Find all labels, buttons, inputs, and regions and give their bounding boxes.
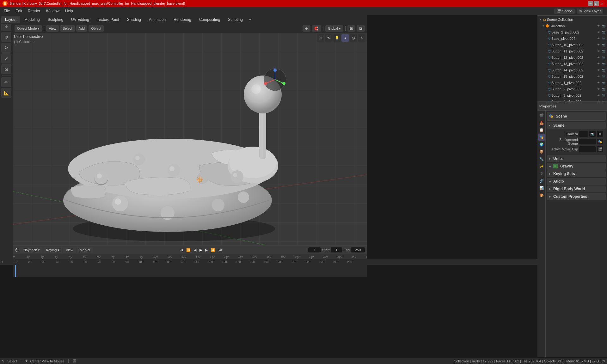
keying-sets-header[interactable]: ▶ Keying Sets — [547, 170, 606, 177]
object-menu-btn[interactable]: Object — [89, 25, 104, 32]
obj-viewport-icon[interactable]: 👁 — [596, 62, 601, 66]
obj-viewport-icon[interactable]: 👁 — [596, 30, 601, 34]
jump-end-btn[interactable]: ⏭ — [218, 248, 223, 252]
prop-tab-object[interactable]: 📦 — [538, 148, 545, 155]
outliner-object-Button_4_pivot-002[interactable]: ▽ Button_4_pivot.002 👁 📷 — [537, 99, 607, 101]
prop-tab-constraints[interactable]: 🔗 — [538, 177, 545, 184]
select-menu-btn[interactable]: Select — [60, 25, 75, 32]
obj-render-icon[interactable]: 📷 — [601, 49, 606, 53]
playback-menu-btn[interactable]: Playback ▾ — [20, 247, 42, 253]
global-transform-btn[interactable]: Global ▾ — [325, 25, 343, 32]
end-frame-input[interactable]: 250 — [351, 247, 365, 252]
outliner-object-Button_14_pivot-002[interactable]: ▽ Button_14_pivot.002 👁 📷 — [537, 67, 607, 73]
tool-move[interactable]: ⊕ — [1, 32, 11, 42]
snap-btn[interactable]: 🧲 — [312, 25, 321, 32]
tool-scale[interactable]: ⤢ — [1, 53, 11, 64]
custom-properties-header[interactable]: ▶ Custom Properties — [547, 193, 606, 200]
obj-viewport-icon[interactable]: 👁 — [596, 100, 601, 101]
viewport-shading-render[interactable]: ○ — [358, 34, 365, 42]
prop-tab-view-layer[interactable]: 📋 — [538, 126, 545, 133]
audio-header[interactable]: ▶ Audio — [547, 178, 606, 185]
tab-animation[interactable]: Animation — [145, 16, 169, 23]
outliner-object-Button_3_pivot-002[interactable]: ▽ Button_3_pivot.002 👁 📷 — [537, 92, 607, 99]
obj-viewport-icon[interactable]: 👁 — [596, 49, 601, 53]
keying-menu-btn[interactable]: Keying ▾ — [44, 247, 62, 253]
obj-render-icon[interactable]: 📷 — [601, 62, 606, 66]
background-scene-value[interactable] — [579, 139, 596, 144]
jump-start-btn[interactable]: ⏮ — [179, 248, 184, 252]
outliner-content[interactable]: ▾ 🗂 Scene Collection ▾ Collection 👁 📷 ▽ … — [537, 16, 607, 101]
outliner-object-Button_1_pivot-002[interactable]: ▽ Button_1_pivot.002 👁 📷 — [537, 80, 607, 86]
viewport-btn-1[interactable]: ⊞ — [317, 34, 324, 42]
play-btn[interactable]: ▶ — [199, 248, 203, 252]
viewport-overlays-btn[interactable]: ⊞ — [347, 25, 355, 32]
obj-render-icon[interactable]: 📷 — [601, 30, 606, 34]
maximize-button[interactable]: □ — [594, 1, 599, 6]
view-menu-btn[interactable]: View — [46, 25, 59, 32]
prop-tab-modifier[interactable]: 🔧 — [538, 155, 545, 162]
scene-subsection-header[interactable]: ▾ Scene — [547, 122, 606, 129]
tab-uv-editing[interactable]: UV Editing — [67, 16, 93, 23]
prop-tab-physics[interactable]: ⚛ — [538, 170, 545, 177]
obj-viewport-icon[interactable]: 👁 — [596, 74, 601, 79]
obj-render-icon[interactable]: 📷 — [601, 68, 606, 72]
gravity-header[interactable]: ▶ ✓ Gravity — [547, 163, 606, 170]
outliner-object-Button_10_pivot-002[interactable]: ▽ Button_10_pivot.002 👁 📷 — [537, 42, 607, 48]
obj-render-icon[interactable]: 📷 — [601, 43, 606, 47]
tab-layout[interactable]: Layout — [1, 16, 20, 23]
current-frame-input[interactable]: 1 — [308, 247, 321, 252]
obj-viewport-icon[interactable]: 👁 — [596, 81, 601, 85]
obj-render-icon[interactable]: 📷 — [601, 55, 606, 60]
camera-picker-icon[interactable]: 📷 — [589, 131, 596, 137]
outliner-object-Button_15_pivot-002[interactable]: ▽ Button_15_pivot.002 👁 📷 — [537, 73, 607, 80]
restrict-viewport-icon[interactable]: 👁 — [596, 24, 601, 28]
obj-render-icon[interactable]: 📷 — [601, 74, 606, 79]
viewport-btn-2[interactable]: 👁 — [325, 34, 333, 42]
outliner-object-Base_2_pivot-002[interactable]: ▽ Base_2_pivot.002 👁 📷 — [537, 29, 607, 35]
add-workspace-button[interactable]: + — [247, 17, 253, 22]
obj-render-icon[interactable]: 📷 — [601, 81, 606, 85]
menu-window[interactable]: Window — [43, 8, 62, 14]
tool-transform[interactable]: ⊠ — [1, 64, 11, 74]
obj-viewport-icon[interactable]: 👁 — [596, 55, 601, 60]
restrict-render-icon[interactable]: 📷 — [601, 24, 606, 28]
add-menu-btn[interactable]: Add — [76, 25, 88, 32]
obj-viewport-icon[interactable]: 👁 — [596, 36, 601, 41]
prop-tab-output[interactable]: 📤 — [538, 119, 545, 126]
tab-modeling[interactable]: Modeling — [21, 16, 44, 23]
xray-btn[interactable]: ◪ — [357, 25, 365, 32]
viewport-btn-3[interactable]: 💡 — [333, 34, 341, 42]
scene-selector[interactable]: 🎬 Scene — [554, 9, 574, 14]
tool-rotate[interactable]: ↻ — [1, 43, 11, 53]
outliner-object-Button_2_pivot-002[interactable]: ▽ Button_2_pivot.002 👁 📷 — [537, 86, 607, 92]
outliner-object-Button_11_pivot-002[interactable]: ▽ Button_11_pivot.002 👁 📷 — [537, 48, 607, 54]
object-mode-btn[interactable]: Object Mode ▾ — [15, 25, 42, 32]
proportional-edit-btn[interactable]: ⊙ — [303, 25, 310, 32]
tab-rendering[interactable]: Rendering — [170, 16, 195, 23]
camera-edit-icon[interactable]: ✏ — [597, 131, 603, 137]
obj-render-icon[interactable]: 📷 — [601, 36, 606, 41]
obj-viewport-icon[interactable]: 👁 — [596, 93, 601, 98]
start-frame-input[interactable]: 1 — [331, 247, 342, 252]
outliner-object-Button_12_pivot-002[interactable]: ▽ Button_12_pivot.002 👁 📷 — [537, 54, 607, 61]
viewport-shading-material[interactable]: ◎ — [350, 34, 357, 42]
tab-compositing[interactable]: Compositing — [195, 16, 224, 23]
units-header[interactable]: ▶ Units — [547, 155, 606, 162]
tool-annotate[interactable]: ✏ — [1, 77, 11, 87]
obj-render-icon[interactable]: 📷 — [601, 87, 606, 91]
axis-gizmo[interactable]: X Y Z — [262, 67, 288, 92]
obj-viewport-icon[interactable]: 👁 — [596, 43, 601, 47]
tool-measure[interactable]: 📐 — [1, 88, 11, 98]
minimize-button[interactable]: ─ — [588, 1, 593, 6]
prop-tab-data[interactable]: 📊 — [538, 185, 545, 191]
tab-scripting[interactable]: Scripting — [224, 16, 247, 23]
obj-viewport-icon[interactable]: 👁 — [596, 87, 601, 91]
menu-file[interactable]: File — [1, 8, 12, 14]
close-button[interactable]: ✕ — [599, 1, 604, 6]
prop-tab-render[interactable]: 🎬 — [538, 112, 545, 119]
viewport-shading-solid[interactable]: ● — [341, 34, 349, 42]
obj-viewport-icon[interactable]: 👁 — [596, 68, 601, 72]
obj-render-icon[interactable]: 📷 — [601, 93, 606, 98]
movie-clip-value[interactable] — [579, 146, 596, 152]
prop-tab-world[interactable]: 🌍 — [538, 141, 545, 148]
